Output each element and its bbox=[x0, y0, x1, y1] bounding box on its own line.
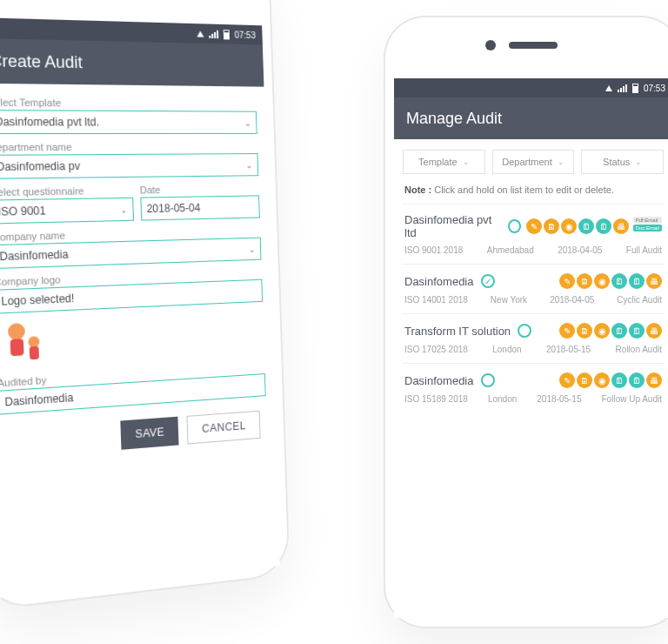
item-date: 2018-05-15 bbox=[537, 394, 581, 404]
template-select[interactable]: Dasinfomedia pvt ltd. ⌄ bbox=[0, 110, 257, 134]
note-text: Click and hold on list item to edit or d… bbox=[434, 184, 614, 195]
battery-icon bbox=[632, 84, 638, 93]
pdf-email-tag[interactable]: Pdf:Email bbox=[633, 217, 662, 224]
filter-status[interactable]: Status ⌄ bbox=[581, 150, 664, 174]
item-type: Cyclic Audit bbox=[617, 295, 662, 305]
status-complete-icon: ✓ bbox=[481, 274, 495, 288]
doc-icon[interactable]: 🗎 bbox=[577, 372, 592, 388]
date-field[interactable]: 2018-05-04 bbox=[140, 195, 260, 220]
calendar-icon[interactable]: 🗓 bbox=[611, 273, 627, 289]
print-icon[interactable]: 🖶 bbox=[646, 323, 662, 339]
chevron-down-icon: ⌄ bbox=[463, 158, 470, 166]
export-icon[interactable]: 🗓 bbox=[629, 273, 645, 289]
page-title: Create Audit bbox=[0, 51, 83, 72]
edit-icon[interactable]: ✎ bbox=[559, 273, 575, 289]
filter-bar: Template ⌄ Department ⌄ Status ⌄ bbox=[394, 139, 668, 184]
edit-icon[interactable]: ✎ bbox=[559, 323, 575, 339]
item-type: Follow Up Audit bbox=[602, 394, 662, 404]
view-icon[interactable]: ◉ bbox=[594, 372, 610, 388]
filter-template-label: Template bbox=[418, 157, 458, 167]
doc-icon[interactable]: 🗎 bbox=[577, 323, 592, 339]
calendar-icon[interactable]: 🗓 bbox=[611, 372, 627, 388]
edit-icon[interactable]: ✎ bbox=[559, 372, 575, 388]
phone-earpiece bbox=[509, 42, 558, 49]
print-icon[interactable]: 🖶 bbox=[646, 372, 662, 388]
item-iso: ISO 14001 2018 bbox=[404, 295, 468, 305]
screen-create-audit: 07:53 Create Audit Select Template Dasin… bbox=[0, 17, 280, 599]
save-button[interactable]: SAVE bbox=[121, 417, 179, 450]
logo-image-icon bbox=[0, 319, 51, 368]
app-bar: Manage Audit bbox=[394, 97, 668, 139]
note-label: Note : bbox=[404, 184, 431, 195]
company-select[interactable]: Dasinfomedia ⌄ bbox=[0, 238, 262, 270]
item-title: Dasinfomedia bbox=[404, 275, 474, 288]
wifi-icon bbox=[197, 30, 204, 37]
chevron-down-icon: ⌄ bbox=[245, 160, 252, 170]
signal-icon bbox=[209, 30, 218, 37]
phone-manage-audit: 07:53 Manage Audit Template ⌄ Department… bbox=[385, 17, 668, 627]
wifi-icon bbox=[605, 85, 612, 91]
item-city: New York bbox=[491, 295, 527, 305]
questionnaire-value: ISO 9001 bbox=[0, 205, 46, 218]
battery-icon bbox=[224, 30, 230, 39]
print-icon[interactable]: 🖶 bbox=[613, 218, 629, 234]
department-label: Department name bbox=[0, 141, 257, 153]
item-iso: ISO 9001 2018 bbox=[404, 245, 463, 255]
department-value: Dasinfomedia pv bbox=[0, 160, 80, 174]
list-item[interactable]: Dasinfomedia✓✎🗎◉🗓🗓🖶ISO 14001 2018New Yor… bbox=[403, 264, 664, 313]
item-date: 2018-04-05 bbox=[558, 245, 602, 255]
item-title: Dasinfomedia pvt ltd bbox=[404, 213, 501, 239]
svg-rect-1 bbox=[10, 339, 24, 356]
item-date: 2018-04-05 bbox=[550, 295, 594, 305]
email-tag-stack: Pdf:EmailDoc:Email bbox=[633, 217, 662, 231]
list-item[interactable]: Transform IT solution✎🗎◉🗓🗓🖶ISO 17025 201… bbox=[403, 313, 664, 363]
item-actions: ✎🗎◉🗓🗓🖶Pdf:EmailDoc:Email bbox=[526, 218, 662, 234]
item-iso: ISO 17025 2018 bbox=[404, 345, 468, 354]
item-title: Dasinfomedia bbox=[404, 374, 474, 387]
template-label: Select Template bbox=[0, 97, 257, 110]
template-value: Dasinfomedia pvt ltd. bbox=[0, 116, 99, 129]
chevron-down-icon: ⌄ bbox=[120, 205, 128, 215]
item-type: Full Audit bbox=[626, 245, 662, 255]
item-city: Ahmedabad bbox=[487, 245, 534, 255]
doc-email-tag[interactable]: Doc:Email bbox=[633, 225, 662, 231]
hint-note: Note : Click and hold on list item to ed… bbox=[394, 184, 668, 204]
view-icon[interactable]: ◉ bbox=[594, 273, 610, 289]
filter-department[interactable]: Department ⌄ bbox=[492, 150, 575, 174]
app-bar: Create Audit bbox=[0, 38, 264, 87]
calendar-icon[interactable]: 🗓 bbox=[611, 323, 627, 339]
phone-create-audit: 07:53 Create Audit Select Template Dasin… bbox=[0, 0, 289, 609]
filter-template[interactable]: Template ⌄ bbox=[403, 150, 485, 174]
audit-list: Dasinfomedia pvt ltd✎🗎◉🗓🗓🖶Pdf:EmailDoc:E… bbox=[394, 204, 668, 413]
filter-department-label: Department bbox=[502, 157, 551, 167]
list-item[interactable]: Dasinfomedia✎🗎◉🗓🗓🖶ISO 15189 2018London20… bbox=[403, 363, 664, 413]
department-select[interactable]: Dasinfomedia pv ⌄ bbox=[0, 153, 258, 179]
page-title: Manage Audit bbox=[406, 110, 502, 128]
filter-status-label: Status bbox=[603, 157, 630, 167]
chevron-down-icon: ⌄ bbox=[558, 158, 564, 166]
company-value: Dasinfomedia bbox=[0, 248, 69, 263]
cancel-button[interactable]: CANCEL bbox=[187, 411, 261, 445]
status-open-icon bbox=[508, 219, 521, 233]
view-icon[interactable]: ◉ bbox=[594, 323, 610, 339]
questionnaire-label: Select questionnaire bbox=[0, 184, 133, 198]
doc-icon[interactable]: 🗎 bbox=[544, 218, 559, 234]
item-date: 2018-05-15 bbox=[546, 345, 591, 354]
item-actions: ✎🗎◉🗓🗓🖶 bbox=[559, 323, 662, 339]
create-audit-form: Select Template Dasinfomedia pvt ltd. ⌄ … bbox=[0, 84, 276, 470]
questionnaire-select[interactable]: ISO 9001 ⌄ bbox=[0, 198, 134, 225]
svg-rect-3 bbox=[30, 346, 39, 359]
calendar-icon[interactable]: 🗓 bbox=[578, 218, 594, 234]
date-label: Date bbox=[140, 183, 259, 195]
item-iso: ISO 15189 2018 bbox=[404, 394, 468, 404]
signal-icon bbox=[618, 84, 627, 92]
doc-icon[interactable]: 🗎 bbox=[577, 273, 592, 289]
export-icon[interactable]: 🗓 bbox=[596, 218, 611, 234]
edit-icon[interactable]: ✎ bbox=[526, 218, 542, 234]
export-icon[interactable]: 🗓 bbox=[629, 372, 645, 388]
print-icon[interactable]: 🖶 bbox=[646, 273, 662, 289]
export-icon[interactable]: 🗓 bbox=[629, 323, 645, 339]
item-actions: ✎🗎◉🗓🗓🖶 bbox=[559, 273, 662, 289]
list-item[interactable]: Dasinfomedia pvt ltd✎🗎◉🗓🗓🖶Pdf:EmailDoc:E… bbox=[403, 204, 664, 264]
view-icon[interactable]: ◉ bbox=[561, 218, 577, 234]
